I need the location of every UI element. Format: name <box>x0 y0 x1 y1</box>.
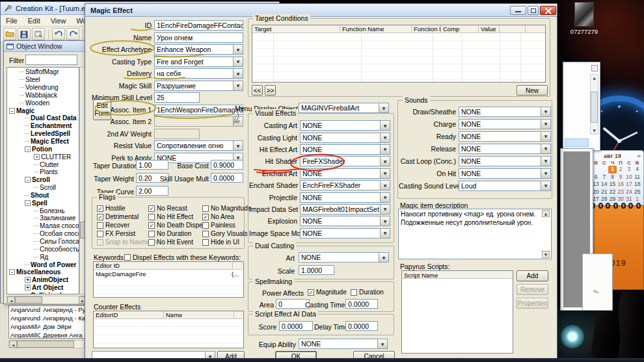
tree-item[interactable]: Scroll <box>7 184 79 192</box>
checkbox-box[interactable] <box>148 231 155 237</box>
redo-button[interactable] <box>66 28 79 40</box>
duration-checkbox[interactable]: Duration <box>351 289 384 296</box>
tree-item[interactable]: - Miscellaneous <box>7 268 79 276</box>
column-header[interactable]: Value <box>479 25 500 32</box>
calendar-date[interactable]: 24 <box>625 188 634 196</box>
column-header[interactable]: Editor ID <box>94 262 233 269</box>
field-value[interactable]: 25 <box>154 92 200 103</box>
casting-time-input[interactable]: 0.0000 <box>345 299 378 309</box>
checkbox-box[interactable] <box>97 205 103 212</box>
tree-expander-icon[interactable]: - <box>25 200 31 206</box>
list-item[interactable]: AngasMillA... Дом Эйри <box>9 322 87 331</box>
column-header[interactable] <box>523 25 526 32</box>
field-combo[interactable]: NONE <box>300 216 390 226</box>
flag-checkbox[interactable]: Detrimental <box>97 213 148 221</box>
vertical-scrollbar[interactable]: ▲ ▼ <box>590 74 598 135</box>
taper-duration-input[interactable]: 1.00 <box>136 160 168 170</box>
checkbox-box[interactable] <box>97 222 103 229</box>
field-combo[interactable]: NONE <box>300 120 390 131</box>
tree-item[interactable]: Clutter <box>7 161 79 168</box>
tree-item[interactable]: Способность <box>7 245 79 253</box>
dropdown-arrow-icon[interactable] <box>541 157 550 166</box>
checkbox-box[interactable] <box>148 222 155 229</box>
calendar-date[interactable]: 23 <box>617 188 625 196</box>
dropdown-arrow-icon[interactable] <box>380 133 390 142</box>
calendar-date[interactable]: 14 <box>600 181 608 188</box>
tree-item[interactable]: Plants <box>7 168 79 176</box>
tree-expander-icon[interactable]: + <box>25 277 31 283</box>
tree-item[interactable]: Wooden <box>7 99 79 107</box>
flag-checkbox[interactable]: No Recast <box>148 204 202 213</box>
field-combo[interactable]: Loud <box>459 181 551 191</box>
tree-item[interactable]: Особая способ <box>7 230 79 238</box>
scrollbar-thumb[interactable] <box>591 92 598 123</box>
tree-item[interactable]: Dual Cast Data <box>7 114 79 122</box>
window-button-icon[interactable] <box>591 65 598 71</box>
column-header[interactable]: Target <box>252 25 340 32</box>
tree-item[interactable]: Word of Power <box>7 261 79 268</box>
magnitude-checkbox[interactable]: Magnitude <box>308 289 347 296</box>
undo-button[interactable] <box>52 28 65 40</box>
save-button[interactable] <box>18 28 31 40</box>
tree-item[interactable]: Steel <box>7 76 79 84</box>
vertical-scrollbar[interactable]: ▲ ▼ <box>542 210 550 258</box>
tree-item[interactable]: StaffofMagr <box>7 68 79 76</box>
field-combo[interactable]: NONE <box>459 107 551 117</box>
checkbox-box[interactable] <box>308 289 314 296</box>
checkbox-box[interactable] <box>202 239 209 246</box>
field-combo[interactable]: NONE <box>459 168 551 179</box>
dropdown-arrow-icon[interactable] <box>377 339 387 348</box>
checkbox-box[interactable] <box>97 231 103 237</box>
calendar-date[interactable]: 16 <box>617 181 625 188</box>
tree-expander-icon[interactable]: - <box>9 108 15 114</box>
close-button[interactable] <box>540 6 556 15</box>
field-combo[interactable]: NONE <box>459 144 551 154</box>
horizontal-scrollbar[interactable]: ◄ ► <box>7 296 87 304</box>
tree-item[interactable]: - Scroll <box>7 176 79 184</box>
field-combo[interactable]: NONE <box>300 168 390 179</box>
tree-item[interactable]: LeveledSpell <box>7 130 79 138</box>
checkbox-box[interactable] <box>148 214 155 220</box>
flag-checkbox[interactable]: No Death Dispel <box>148 221 202 229</box>
calendar-date[interactable]: 25 <box>633 188 641 196</box>
dropdown-arrow-icon[interactable] <box>541 169 550 178</box>
papyrus-script-list[interactable]: Script Name <box>401 270 513 354</box>
dropdown-arrow-icon[interactable] <box>380 181 390 190</box>
tree-item[interactable]: Magic Effect <box>7 138 79 146</box>
minimize-button[interactable] <box>510 6 526 15</box>
dropdown-arrow-icon[interactable] <box>541 120 550 129</box>
flag-checkbox[interactable]: No Magnitude <box>202 204 244 213</box>
dropdown-arrow-icon[interactable] <box>233 57 243 66</box>
calendar-date[interactable]: 22 <box>608 188 617 196</box>
flag-checkbox[interactable]: No Hit Effect <box>148 213 202 221</box>
scroll-left-icon[interactable]: ◄ <box>7 296 15 304</box>
field-combo[interactable]: NONE <box>459 131 551 142</box>
checkbox-box[interactable] <box>202 214 209 220</box>
tree-item[interactable]: - Potion <box>7 145 79 153</box>
calendar-date[interactable]: 7 <box>600 174 608 181</box>
dropdown-arrow-icon[interactable] <box>233 69 243 78</box>
checkbox-box[interactable] <box>202 222 209 229</box>
flag-checkbox[interactable]: Hide in UI <box>202 238 244 246</box>
dropdown-arrow-icon[interactable] <box>541 144 550 153</box>
script-add-button[interactable]: Add <box>517 270 548 281</box>
calendar-date[interactable]: 8 <box>608 174 617 181</box>
column-header[interactable]: Name <box>164 311 234 318</box>
tree-expander-icon[interactable]: - <box>25 177 31 183</box>
scrollbar-thumb[interactable] <box>17 341 74 348</box>
dropdown-arrow-icon[interactable] <box>380 145 390 154</box>
flag-checkbox[interactable]: No Hit Event <box>148 238 202 246</box>
calendar-date[interactable]: 10 <box>625 174 634 181</box>
flag-checkbox[interactable]: Hostile <box>97 204 148 213</box>
calendar-date[interactable]: 1 <box>633 196 641 203</box>
calendar-date[interactable]: 4 <box>633 166 641 174</box>
delay-time-input[interactable]: 0.0000 <box>345 321 378 331</box>
preferences-button[interactable] <box>32 28 45 40</box>
taper-curve-input[interactable]: 2.00 <box>136 186 168 196</box>
list-item[interactable]: Angarvund... Ангарвунд - Рун <box>9 305 87 314</box>
flag-checkbox[interactable]: Painless <box>202 221 244 229</box>
dropdown-arrow-icon[interactable] <box>233 141 243 150</box>
column-header[interactable] <box>500 25 523 32</box>
field-value[interactable]: на себя <box>154 68 243 79</box>
tree-item[interactable]: Collision Layer <box>7 291 79 294</box>
